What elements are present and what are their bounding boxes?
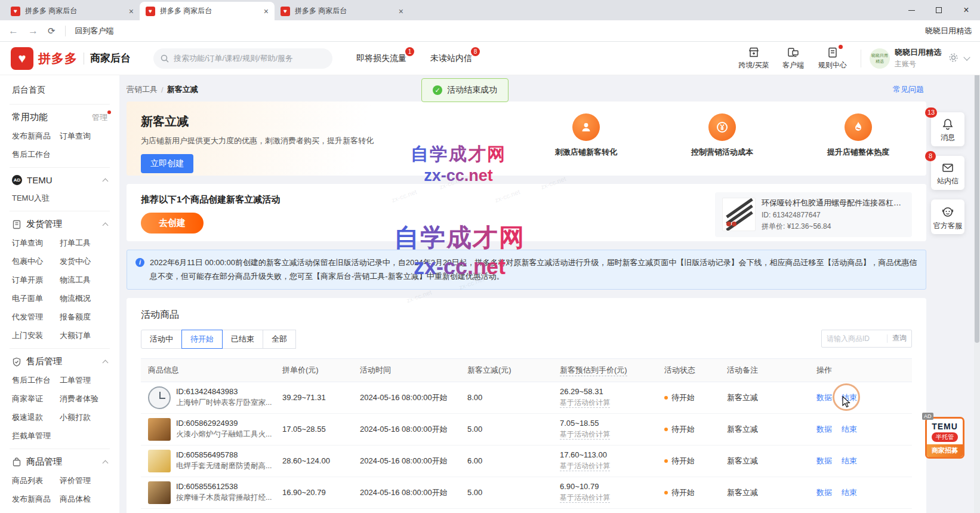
forward-icon[interactable]: → bbox=[28, 25, 38, 37]
sidebar-item[interactable]: 上门安装 bbox=[12, 330, 60, 341]
product-id-search[interactable]: 查询 bbox=[821, 330, 912, 348]
sidebar-group-temu[interactable]: AD TEMU bbox=[12, 175, 107, 185]
back-icon[interactable]: ← bbox=[8, 25, 19, 37]
temu-promo-banner[interactable]: AD TEMU 半托管 商家招募 bbox=[925, 417, 964, 459]
unread-mail-link[interactable]: 未读站内信 8 bbox=[430, 53, 472, 64]
rules-nav-item[interactable]: 规则中心 bbox=[813, 47, 852, 70]
client-nav-item[interactable]: 客户端 bbox=[773, 47, 813, 70]
sidebar-item[interactable]: TEMU入驻 bbox=[12, 193, 60, 204]
back-to-client-link[interactable]: 回到客户端 bbox=[75, 26, 114, 36]
sidebar-item[interactable]: 订单查询 bbox=[60, 131, 107, 142]
bookmark-label[interactable]: 晓晓日用精选 bbox=[925, 26, 972, 36]
cell-time: 2024-05-16 08:00:00开始 bbox=[353, 456, 460, 466]
sidebar-item[interactable]: 物流概况 bbox=[60, 293, 107, 304]
site-mail-button[interactable]: 8 站内信 bbox=[931, 156, 964, 190]
divider bbox=[861, 50, 861, 67]
query-button[interactable]: 查询 bbox=[887, 333, 907, 343]
feature-conversion: 刺激店铺新客转化 bbox=[518, 113, 654, 158]
cell-price: 17.05~28.55 bbox=[275, 425, 353, 434]
sidebar-item[interactable]: 订单查询 bbox=[12, 238, 60, 248]
messages-button[interactable]: 13 消息 bbox=[931, 112, 964, 146]
gear-icon[interactable] bbox=[948, 53, 959, 64]
sidebar-item[interactable]: 消费者体验 bbox=[60, 394, 107, 404]
manage-link[interactable]: 管理 bbox=[92, 112, 107, 123]
global-search-input[interactable] bbox=[174, 54, 325, 63]
sidebar-group-shipping[interactable]: 发货管理 bbox=[12, 219, 107, 230]
tab-ended[interactable]: 已结束 bbox=[222, 330, 263, 349]
global-search[interactable] bbox=[153, 48, 332, 69]
sidebar-item[interactable]: 商品列表 bbox=[12, 475, 60, 486]
shop-avatar[interactable]: 晓晓日用 精选 bbox=[870, 48, 890, 69]
temu-mode-badge: 半托管 bbox=[932, 432, 958, 442]
tab-active-activities[interactable]: 活动中 bbox=[141, 330, 182, 349]
sidebar-item[interactable]: 报备额度 bbox=[60, 312, 107, 322]
browser-tab-active[interactable]: ♥ 拼多多 商家后台 × bbox=[140, 2, 275, 20]
notification-dot bbox=[107, 110, 111, 114]
products-table: 商品信息 拼单价(元) 活动时间 新客立减(元) 新客预估到手价(元) 活动状态… bbox=[141, 358, 912, 509]
create-now-button[interactable]: 立即创建 bbox=[141, 154, 193, 173]
breadcrumb-parent[interactable]: 营销工具 bbox=[127, 84, 158, 95]
recommended-product-card[interactable]: 环保哑铃杆包胶通用螺母配件连接器杠铃家用... ID: 613424877647… bbox=[715, 192, 912, 237]
window-close-button[interactable]: × bbox=[953, 0, 980, 20]
chevron-up-icon[interactable] bbox=[103, 360, 109, 366]
tab-pending-start[interactable]: 待开始 bbox=[181, 330, 223, 349]
sidebar-item[interactable]: 商品体检 bbox=[60, 494, 107, 505]
scrollbar-track[interactable] bbox=[974, 42, 980, 513]
sidebar-item[interactable]: 售后工作台 bbox=[12, 375, 60, 386]
data-link[interactable]: 数据 bbox=[816, 456, 832, 466]
product-id-input[interactable] bbox=[827, 334, 887, 343]
window-minimize-button[interactable] bbox=[898, 0, 925, 20]
sidebar-item[interactable]: 评价管理 bbox=[60, 475, 107, 486]
chevron-down-icon[interactable] bbox=[963, 54, 970, 60]
chevron-up-icon[interactable] bbox=[103, 460, 109, 466]
data-link[interactable]: 数据 bbox=[816, 392, 832, 403]
table-row: ID:605855612538 按摩锤子木质敲背捶敲打经... 16.90~20… bbox=[141, 477, 912, 509]
sidebar-item[interactable]: 大额订单 bbox=[60, 330, 107, 341]
sidebar-group-goods[interactable]: 商品管理 bbox=[12, 456, 107, 468]
sidebar-item[interactable]: 电子面单 bbox=[12, 293, 60, 304]
cell-discount: 5.00 bbox=[460, 425, 553, 434]
sidebar-item[interactable]: 极速退款 bbox=[12, 412, 60, 423]
refresh-icon[interactable]: ⟳ bbox=[48, 26, 56, 36]
browser-tab[interactable]: ♥ 拼多多 商家后台 × bbox=[5, 2, 140, 20]
sidebar-item[interactable]: 发布新商品 bbox=[12, 131, 60, 142]
tab-close-icon[interactable]: × bbox=[129, 7, 134, 16]
scrollbar-thumb[interactable] bbox=[975, 56, 979, 343]
sidebar-item[interactable]: 打单工具 bbox=[60, 238, 107, 248]
tab-all[interactable]: 全部 bbox=[263, 330, 296, 349]
sidebar-item[interactable]: 发货中心 bbox=[60, 256, 107, 267]
sidebar-group-aftersale[interactable]: 售后管理 bbox=[12, 356, 107, 367]
yen-icon bbox=[708, 113, 736, 141]
go-create-button[interactable]: 去创建 bbox=[141, 213, 204, 234]
tab-close-icon[interactable]: × bbox=[399, 7, 403, 16]
tab-close-icon[interactable]: × bbox=[264, 7, 269, 16]
traffic-loss-link[interactable]: 即将损失流量 1 bbox=[356, 53, 406, 64]
sidebar-item-home[interactable]: 后台首页 bbox=[12, 85, 107, 96]
pinduoduo-favicon-icon: ♥ bbox=[281, 7, 290, 16]
sidebar-item[interactable]: 包裹中心 bbox=[12, 256, 60, 267]
sidebar-item[interactable]: 发布新商品 bbox=[12, 494, 60, 505]
faq-link[interactable]: 常见问题 bbox=[893, 84, 924, 95]
sidebar-item[interactable]: 代发管理 bbox=[12, 312, 60, 322]
document-icon bbox=[827, 47, 839, 59]
search-icon bbox=[161, 54, 169, 63]
decorative-dot bbox=[732, 222, 736, 226]
crossborder-nav-item[interactable]: 跨境/买菜 bbox=[734, 47, 773, 70]
sidebar-item[interactable]: 工单管理 bbox=[60, 375, 107, 386]
sidebar-item[interactable]: 售后工作台 bbox=[12, 149, 60, 160]
data-link[interactable]: 数据 bbox=[816, 424, 832, 435]
official-service-button[interactable]: 官方客服 bbox=[931, 199, 964, 235]
data-link[interactable]: 数据 bbox=[816, 487, 832, 498]
sidebar-item[interactable]: 订单开票 bbox=[12, 275, 60, 285]
chevron-up-icon[interactable] bbox=[103, 223, 109, 229]
end-link[interactable]: 结束 bbox=[842, 456, 857, 466]
browser-tab[interactable]: ♥ 拼多多 商家后台 × bbox=[275, 2, 409, 20]
chevron-up-icon[interactable] bbox=[103, 179, 109, 185]
window-maximize-button[interactable] bbox=[925, 0, 953, 20]
sidebar-item[interactable]: 物流工具 bbox=[60, 275, 107, 285]
sidebar-item[interactable]: 商家举证 bbox=[12, 394, 60, 404]
end-link[interactable]: 结束 bbox=[842, 424, 857, 435]
sidebar-item[interactable]: 小额打款 bbox=[60, 412, 107, 423]
end-link[interactable]: 结束 bbox=[842, 487, 857, 498]
sidebar-item[interactable]: 拦截单管理 bbox=[12, 431, 60, 441]
